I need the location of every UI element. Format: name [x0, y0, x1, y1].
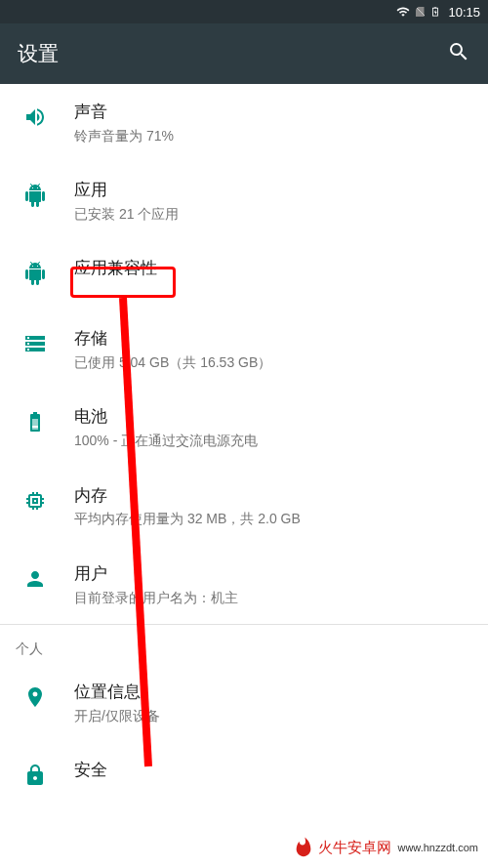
- item-title: 用户: [74, 563, 472, 586]
- item-title: 存储: [74, 328, 472, 351]
- status-time: 10:15: [448, 5, 480, 20]
- item-title: 电池: [74, 406, 472, 429]
- storage-icon: [23, 328, 74, 355]
- item-subtitle: 铃声音量为 71%: [74, 127, 472, 145]
- watermark-url: www.hnzzdt.com: [397, 842, 478, 853]
- list-item[interactable]: 用户 目前登录的用户名为：机主: [0, 546, 488, 624]
- item-subtitle: 开启/仅限设备: [74, 707, 472, 724]
- wifi-icon: [395, 5, 411, 19]
- list-item[interactable]: 应用兼容性: [0, 240, 488, 310]
- battery-charging-icon: [430, 4, 440, 20]
- list-item[interactable]: 存储 已使用 5.04 GB（共 16.53 GB）: [0, 310, 488, 389]
- watermark: 火牛安卓网 www.hnzzdt.com: [293, 837, 478, 858]
- battery-icon: [23, 406, 74, 434]
- svg-rect-1: [434, 7, 437, 8]
- item-subtitle: 已安装 21 个应用: [74, 205, 472, 223]
- app-bar: 设置: [0, 23, 488, 84]
- item-title: 内存: [74, 485, 472, 508]
- list-item[interactable]: 声音 铃声音量为 71%: [0, 84, 488, 162]
- list-item[interactable]: 应用 已安装 21 个应用: [0, 162, 488, 240]
- list-item[interactable]: 电池 100% - 正在通过交流电源充电: [0, 389, 488, 467]
- item-title: 位置信息: [74, 682, 472, 704]
- sim-icon: [415, 5, 427, 19]
- page-title: 设置: [18, 40, 59, 67]
- person-icon: [23, 563, 74, 591]
- item-title: 应用兼容性: [74, 258, 472, 280]
- item-title: 安全: [74, 760, 472, 782]
- item-subtitle: 目前登录的用户名为：机主: [74, 589, 472, 606]
- search-icon[interactable]: [447, 40, 470, 67]
- list-item[interactable]: 内存 平均内存使用量为 32 MB，共 2.0 GB: [0, 468, 488, 546]
- list-item[interactable]: 安全: [0, 742, 488, 812]
- location-icon: [23, 682, 74, 709]
- status-bar: 10:15: [0, 0, 488, 23]
- item-subtitle: 已使用 5.04 GB（共 16.53 GB）: [74, 353, 472, 371]
- flame-icon: [293, 837, 314, 858]
- watermark-brand: 火牛安卓网: [318, 839, 391, 857]
- item-subtitle: 100% - 正在通过交流电源充电: [74, 432, 472, 449]
- item-title: 应用: [74, 180, 472, 202]
- section-header: 个人: [0, 625, 488, 664]
- android-icon: [23, 258, 74, 285]
- settings-list: 声音 铃声音量为 71% 应用 已安装 21 个应用 应用兼容性 存储 已使用 …: [0, 84, 488, 812]
- android-icon: [23, 180, 74, 207]
- volume-icon: [23, 102, 74, 129]
- list-item[interactable]: 位置信息 开启/仅限设备: [0, 664, 488, 742]
- lock-icon: [23, 760, 74, 787]
- item-subtitle: 平均内存使用量为 32 MB，共 2.0 GB: [74, 510, 472, 527]
- item-title: 声音: [74, 102, 472, 124]
- memory-icon: [23, 485, 74, 513]
